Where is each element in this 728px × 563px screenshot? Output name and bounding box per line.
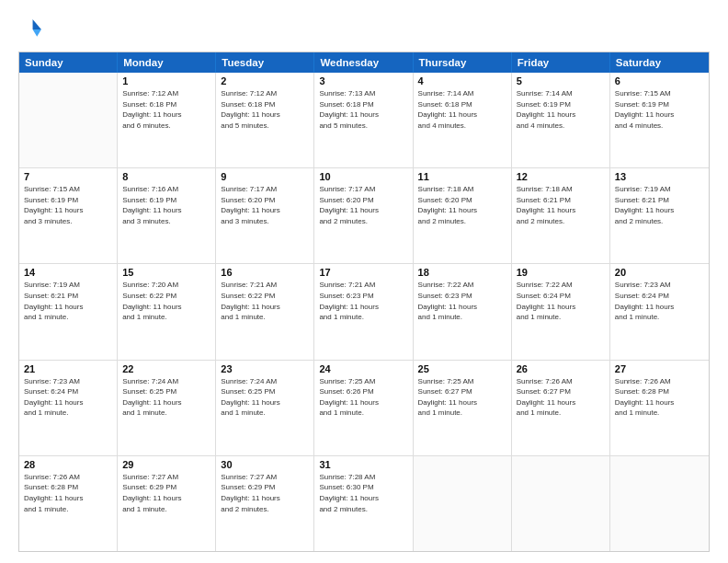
cal-cell: 2Sunrise: 7:12 AMSunset: 6:18 PMDaylight… — [216, 73, 314, 167]
cell-line: and 4 minutes. — [615, 121, 704, 132]
cell-line: Sunrise: 7:18 AM — [418, 184, 506, 195]
cal-cell: 31Sunrise: 7:28 AMSunset: 6:30 PMDayligh… — [314, 456, 413, 551]
day-number: 3 — [319, 75, 407, 86]
cell-line: Daylight: 11 hours — [221, 397, 309, 408]
cell-line: Sunset: 6:21 PM — [615, 195, 704, 206]
cell-line: Daylight: 11 hours — [418, 397, 506, 408]
cell-line: Sunrise: 7:21 AM — [221, 280, 309, 291]
cell-line: Daylight: 11 hours — [517, 302, 605, 313]
cell-line: Sunset: 6:24 PM — [517, 291, 605, 302]
cell-line: Sunrise: 7:21 AM — [319, 280, 407, 291]
cell-line: Sunrise: 7:15 AM — [24, 184, 112, 195]
cell-line: Sunset: 6:20 PM — [221, 195, 309, 206]
cell-line: and 2 minutes. — [517, 216, 605, 227]
cell-line: Daylight: 11 hours — [24, 397, 112, 408]
day-number: 28 — [24, 459, 112, 470]
day-number: 27 — [615, 363, 704, 374]
cell-line: Daylight: 11 hours — [24, 493, 112, 504]
cell-line: Sunrise: 7:24 AM — [122, 376, 210, 387]
day-number: 12 — [517, 171, 605, 182]
cell-line: Daylight: 11 hours — [319, 109, 407, 121]
cal-cell: 12Sunrise: 7:18 AMSunset: 6:21 PMDayligh… — [512, 168, 610, 263]
cell-line: Sunset: 6:29 PM — [122, 482, 210, 493]
cell-line: Daylight: 11 hours — [221, 109, 309, 121]
cal-cell: 27Sunrise: 7:26 AMSunset: 6:28 PMDayligh… — [610, 361, 709, 455]
cell-line: and 1 minute. — [319, 312, 407, 323]
cal-cell: 18Sunrise: 7:22 AMSunset: 6:23 PMDayligh… — [414, 264, 512, 359]
cell-line: and 2 minutes. — [319, 216, 407, 227]
cell-line: and 1 minute. — [122, 504, 210, 515]
cell-line: Sunset: 6:23 PM — [319, 291, 407, 302]
cell-line: Sunrise: 7:27 AM — [122, 472, 210, 483]
day-number: 17 — [319, 267, 407, 278]
cell-line: Sunset: 6:20 PM — [418, 195, 506, 206]
calendar: SundayMondayTuesdayWednesdayThursdayFrid… — [18, 52, 710, 552]
cell-line: and 1 minute. — [122, 312, 210, 323]
cell-line: Sunrise: 7:23 AM — [615, 280, 704, 291]
cell-line: and 1 minute. — [517, 408, 605, 419]
cell-line: Sunset: 6:19 PM — [615, 99, 704, 110]
cell-line: Sunrise: 7:22 AM — [418, 280, 506, 291]
day-number: 1 — [122, 75, 210, 86]
cal-cell: 8Sunrise: 7:16 AMSunset: 6:19 PMDaylight… — [118, 168, 216, 263]
day-number: 4 — [418, 75, 506, 86]
cell-line: and 1 minute. — [418, 312, 506, 323]
day-number: 30 — [221, 459, 309, 470]
cal-header-cell: Wednesday — [314, 52, 413, 73]
cell-line: Daylight: 11 hours — [221, 302, 309, 313]
cal-header-cell: Saturday — [610, 52, 709, 73]
cal-cell: 19Sunrise: 7:22 AMSunset: 6:24 PMDayligh… — [512, 264, 610, 359]
cell-line: Sunrise: 7:14 AM — [517, 88, 605, 99]
cell-line: Sunset: 6:18 PM — [122, 99, 210, 110]
cal-cell: 21Sunrise: 7:23 AMSunset: 6:24 PMDayligh… — [19, 361, 118, 455]
logo-icon — [18, 17, 44, 42]
cal-cell: 20Sunrise: 7:23 AMSunset: 6:24 PMDayligh… — [610, 264, 709, 359]
cell-line: Sunset: 6:22 PM — [122, 291, 210, 302]
cell-line: Sunset: 6:21 PM — [517, 195, 605, 206]
cell-line: and 3 minutes. — [221, 216, 309, 227]
cell-line: Sunset: 6:27 PM — [418, 386, 506, 397]
cell-line: Sunrise: 7:16 AM — [122, 184, 210, 195]
cell-line: and 5 minutes. — [221, 121, 309, 132]
cell-line: Sunrise: 7:14 AM — [418, 88, 506, 99]
cal-cell: 22Sunrise: 7:24 AMSunset: 6:25 PMDayligh… — [118, 361, 216, 455]
cell-line: Sunset: 6:24 PM — [615, 291, 704, 302]
cal-cell: 13Sunrise: 7:19 AMSunset: 6:21 PMDayligh… — [610, 168, 709, 263]
cal-cell: 26Sunrise: 7:26 AMSunset: 6:27 PMDayligh… — [512, 361, 610, 455]
cell-line: Daylight: 11 hours — [319, 205, 407, 216]
cal-cell: 23Sunrise: 7:24 AMSunset: 6:25 PMDayligh… — [216, 361, 314, 455]
calendar-header: SundayMondayTuesdayWednesdayThursdayFrid… — [19, 52, 709, 73]
cell-line: and 2 minutes. — [319, 504, 407, 515]
cell-line: and 3 minutes. — [122, 216, 210, 227]
cell-line: Sunset: 6:18 PM — [418, 99, 506, 110]
cell-line: Daylight: 11 hours — [221, 205, 309, 216]
day-number: 9 — [221, 171, 309, 182]
cal-row: 14Sunrise: 7:19 AMSunset: 6:21 PMDayligh… — [19, 264, 709, 360]
cell-line: Sunset: 6:22 PM — [221, 291, 309, 302]
cell-line: Daylight: 11 hours — [615, 397, 704, 408]
day-number: 6 — [615, 75, 704, 86]
cell-line: Sunrise: 7:17 AM — [319, 184, 407, 195]
day-number: 24 — [319, 363, 407, 374]
cell-line: and 1 minute. — [24, 504, 112, 515]
cell-line: and 4 minutes. — [418, 121, 506, 132]
cell-line: Sunset: 6:18 PM — [319, 99, 407, 110]
cell-line: and 1 minute. — [24, 408, 112, 419]
cell-line: Sunrise: 7:23 AM — [24, 376, 112, 387]
cell-line: and 1 minute. — [615, 408, 704, 419]
day-number: 2 — [221, 75, 309, 86]
calendar-body: 1Sunrise: 7:12 AMSunset: 6:18 PMDaylight… — [19, 73, 709, 551]
cell-line: Sunrise: 7:20 AM — [122, 280, 210, 291]
day-number: 23 — [221, 363, 309, 374]
day-number: 19 — [517, 267, 605, 278]
cell-line: and 1 minute. — [418, 408, 506, 419]
cal-cell: 3Sunrise: 7:13 AMSunset: 6:18 PMDaylight… — [314, 73, 413, 167]
cell-line: Sunset: 6:30 PM — [319, 482, 407, 493]
cal-cell: 30Sunrise: 7:27 AMSunset: 6:29 PMDayligh… — [216, 456, 314, 551]
cell-line: and 5 minutes. — [319, 121, 407, 132]
day-number: 26 — [517, 363, 605, 374]
cell-line: Sunset: 6:20 PM — [319, 195, 407, 206]
cal-cell: 24Sunrise: 7:25 AMSunset: 6:26 PMDayligh… — [314, 361, 413, 455]
cell-line: Sunrise: 7:12 AM — [122, 88, 210, 99]
cell-line: and 1 minute. — [517, 312, 605, 323]
